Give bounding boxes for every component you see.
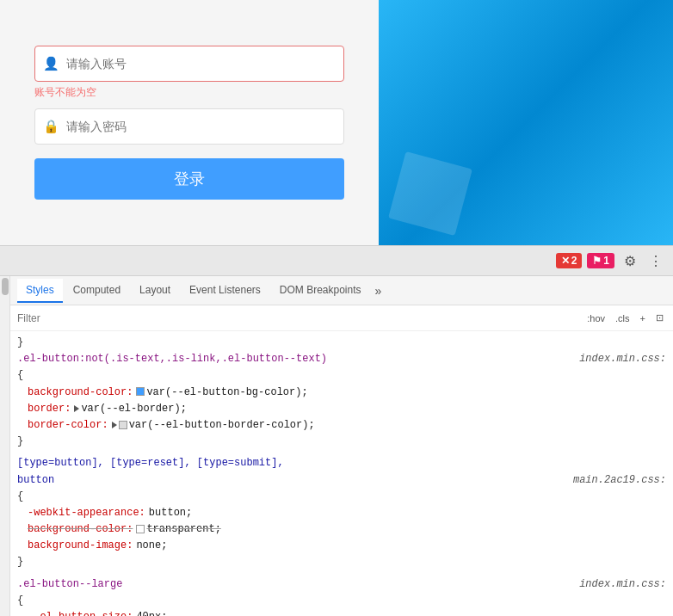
devtools-tabs: Styles Computed Layout Event Listeners D…: [10, 276, 673, 305]
css-open-brace-1: {: [17, 367, 666, 384]
expand-triangle-2[interactable]: [112, 422, 117, 428]
tab-more-icon[interactable]: »: [372, 280, 386, 301]
css-prop-size-3: --el-button-size: 40px;: [17, 609, 666, 616]
account-input-wrapper: 👤: [34, 46, 344, 82]
css-prop-webkit-2: -webkit-appearance: button;: [17, 505, 666, 521]
top-section: 👤 账号不能为空 🔒 登录: [0, 0, 673, 245]
devtools-panel: Styles Computed Layout Event Listeners D…: [0, 276, 673, 616]
css-content: } .el-button:not(.is-text,.is-link,.el-b…: [10, 331, 673, 616]
tab-computed[interactable]: Computed: [65, 279, 129, 303]
settings-icon[interactable]: ⚙: [620, 250, 640, 271]
error-count: 2: [571, 255, 577, 267]
warning-icon: ⚑: [592, 255, 602, 267]
warning-badge[interactable]: ⚑ 1: [587, 253, 614, 268]
add-style-btn[interactable]: +: [638, 312, 648, 324]
error-icon: ✕: [561, 255, 570, 267]
password-icon: 🔒: [43, 119, 59, 134]
css-close-brace-2: }: [17, 554, 666, 570]
css-block-3: .el-button--large index.min.css: { --el-…: [17, 576, 666, 616]
more-options-icon[interactable]: ⋮: [645, 250, 666, 271]
color-swatch[interactable]: [136, 387, 145, 396]
tab-dom-breakpoints[interactable]: DOM Breakpoints: [271, 279, 370, 303]
css-block-2: [type=button], [type=reset], [type=submi…: [17, 455, 666, 570]
login-button[interactable]: 登录: [34, 158, 344, 200]
devtools-toolbar: ✕ 2 ⚑ 1 ⚙ ⋮: [0, 245, 673, 276]
filter-actions: :hov .cls + ⊡: [584, 311, 666, 324]
filter-input[interactable]: [17, 312, 584, 324]
account-input[interactable]: [34, 46, 344, 82]
css-prop-border-color-1: border-color: var(--el-button-border-col…: [17, 417, 666, 434]
scrollbar[interactable]: [0, 276, 10, 616]
expand-triangle[interactable]: [74, 405, 79, 412]
account-icon: 👤: [43, 56, 59, 71]
blue-decorative-panel: [379, 0, 673, 245]
css-prop-bg-color-1: background-color: var(--el-button-bg-col…: [17, 385, 666, 401]
css-close-brace-1: }: [17, 434, 666, 450]
css-prop-bgimage-2: background-image: none;: [17, 538, 666, 554]
login-panel: 👤 账号不能为空 🔒 登录: [0, 0, 379, 245]
css-prop-border-1: border: var(--el-border);: [17, 401, 666, 417]
css-selector-1: .el-button:not(.is-text,.is-link,.el-but…: [17, 351, 666, 367]
tab-event-listeners[interactable]: Event Listeners: [181, 279, 269, 303]
tab-layout[interactable]: Layout: [131, 279, 179, 303]
warning-count: 1: [603, 255, 609, 267]
css-selector-2: [type=button], [type=reset], [type=submi…: [17, 455, 666, 488]
devtools-content: Styles Computed Layout Event Listeners D…: [10, 276, 673, 616]
color-swatch-2[interactable]: [119, 421, 127, 429]
password-input[interactable]: [34, 108, 344, 145]
account-error: 账号不能为空: [34, 85, 344, 100]
error-badge[interactable]: ✕ 2: [556, 253, 583, 268]
devtools-icons-group: ✕ 2 ⚑ 1 ⚙ ⋮: [556, 250, 666, 271]
tab-styles[interactable]: Styles: [17, 279, 63, 303]
scroll-thumb[interactable]: [2, 278, 9, 295]
filter-bar: :hov .cls + ⊡: [10, 305, 673, 331]
color-swatch-3[interactable]: [136, 525, 145, 533]
expand-btn[interactable]: ⊡: [653, 311, 666, 324]
cls-filter-btn[interactable]: .cls: [613, 312, 633, 324]
css-close-brace-prev: }: [17, 335, 666, 351]
css-prop-bgcolor-2: background-color: transparent;: [17, 521, 666, 538]
css-block-1: .el-button:not(.is-text,.is-link,.el-but…: [17, 351, 666, 450]
css-selector-3: .el-button--large index.min.css:: [17, 576, 666, 593]
hover-filter-btn[interactable]: :hov: [584, 312, 608, 324]
css-open-brace-2: {: [17, 489, 666, 505]
css-open-brace-3: {: [17, 593, 666, 609]
password-input-wrapper: 🔒: [34, 108, 344, 145]
